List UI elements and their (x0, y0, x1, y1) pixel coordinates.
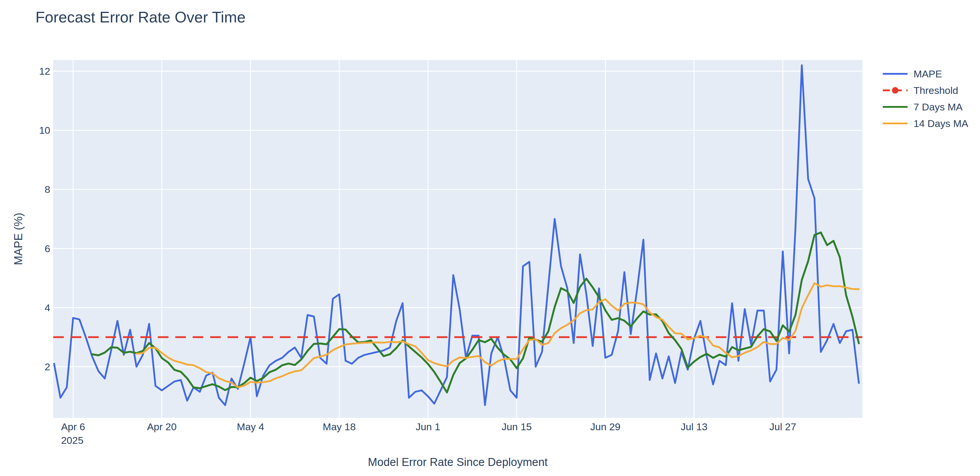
y-axis-title: MAPE (%) (12, 213, 25, 265)
plot-wrap (53, 60, 862, 418)
x-tick-label: Jun 15 (501, 421, 532, 433)
legend-swatch-7-days-ma (882, 103, 908, 111)
legend-label: 7 Days MA (913, 101, 963, 113)
y-tick-label: 10 (39, 125, 50, 136)
legend-swatch-mape (882, 70, 908, 78)
legend-label: Threshold (913, 85, 958, 96)
y-tick-label: 4 (45, 302, 50, 313)
x-tick-label: Jul 13 (681, 421, 708, 433)
legend-item-threshold[interactable]: Threshold (882, 82, 968, 98)
legend-label: 14 Days MA (913, 118, 968, 129)
x-tick-label: May 4 (237, 421, 264, 433)
plot-area[interactable] (53, 60, 862, 418)
y-tick-label: 12 (39, 65, 50, 77)
y-tick-label: 2 (45, 361, 50, 372)
x-tick-label: Jun 29 (590, 421, 620, 433)
x-axis-title: Model Error Rate Since Deployment (368, 456, 547, 469)
legend-item-mape[interactable]: MAPE (882, 65, 968, 82)
legend-item-7-days-ma[interactable]: 7 Days MA (882, 98, 968, 115)
x-tick-label: May 18 (323, 421, 356, 433)
legend-swatch-14-days-ma (882, 119, 908, 128)
x-tick-sublabel: 2025 (61, 435, 85, 446)
x-tick-label: Apr 20 (147, 421, 177, 433)
x-tick-label: Apr 62025 (61, 421, 85, 446)
plot-background (53, 60, 862, 418)
legend-item-14-days-ma[interactable]: 14 Days MA (882, 115, 968, 132)
legend: MAPEThreshold7 Days MA14 Days MA (882, 65, 968, 132)
chart-title: Forecast Error Rate Over Time (35, 8, 246, 26)
x-tick-label: Jun 1 (415, 421, 440, 433)
legend-swatch-threshold (882, 86, 908, 95)
x-tick-label: Jul 27 (769, 421, 796, 433)
y-tick-label: 6 (45, 243, 50, 254)
page: { "chart": { "title": "Forecast Error Ra… (0, 0, 980, 476)
y-tick-label: 8 (45, 184, 50, 195)
legend-label: MAPE (913, 68, 942, 80)
